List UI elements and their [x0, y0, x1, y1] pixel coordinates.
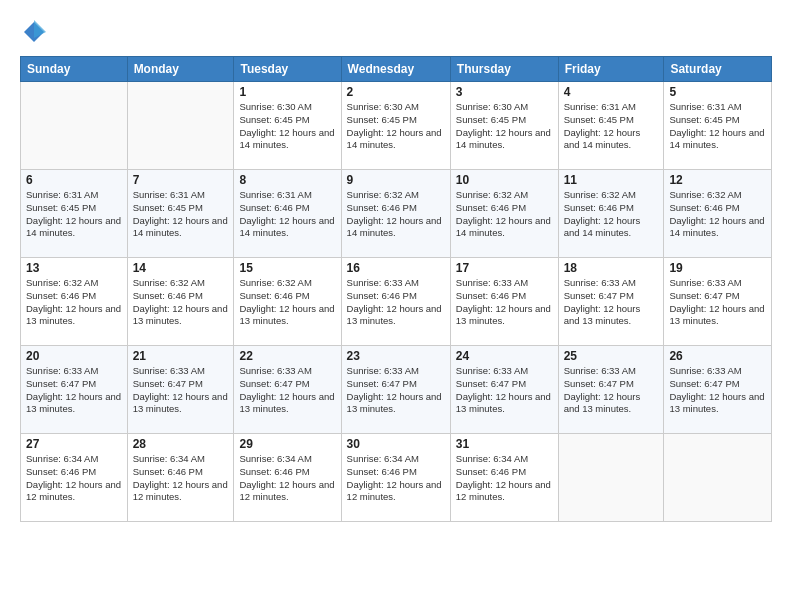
calendar-cell: 5Sunrise: 6:31 AM Sunset: 6:45 PM Daylig…: [664, 82, 772, 170]
calendar-week-3: 13Sunrise: 6:32 AM Sunset: 6:46 PM Dayli…: [21, 258, 772, 346]
day-info: Sunrise: 6:32 AM Sunset: 6:46 PM Dayligh…: [347, 189, 445, 240]
day-number: 19: [669, 261, 766, 275]
day-info: Sunrise: 6:33 AM Sunset: 6:46 PM Dayligh…: [347, 277, 445, 328]
calendar-week-1: 1Sunrise: 6:30 AM Sunset: 6:45 PM Daylig…: [21, 82, 772, 170]
calendar-cell: 2Sunrise: 6:30 AM Sunset: 6:45 PM Daylig…: [341, 82, 450, 170]
calendar-cell: 28Sunrise: 6:34 AM Sunset: 6:46 PM Dayli…: [127, 434, 234, 522]
day-number: 6: [26, 173, 122, 187]
day-info: Sunrise: 6:30 AM Sunset: 6:45 PM Dayligh…: [456, 101, 553, 152]
day-info: Sunrise: 6:31 AM Sunset: 6:45 PM Dayligh…: [564, 101, 659, 152]
day-number: 27: [26, 437, 122, 451]
calendar-cell: 27Sunrise: 6:34 AM Sunset: 6:46 PM Dayli…: [21, 434, 128, 522]
day-number: 28: [133, 437, 229, 451]
calendar-header-row: SundayMondayTuesdayWednesdayThursdayFrid…: [21, 57, 772, 82]
day-number: 21: [133, 349, 229, 363]
day-number: 22: [239, 349, 335, 363]
calendar-cell: 25Sunrise: 6:33 AM Sunset: 6:47 PM Dayli…: [558, 346, 664, 434]
day-info: Sunrise: 6:31 AM Sunset: 6:45 PM Dayligh…: [669, 101, 766, 152]
day-info: Sunrise: 6:33 AM Sunset: 6:46 PM Dayligh…: [456, 277, 553, 328]
day-number: 8: [239, 173, 335, 187]
calendar-cell: [664, 434, 772, 522]
day-number: 24: [456, 349, 553, 363]
day-info: Sunrise: 6:33 AM Sunset: 6:47 PM Dayligh…: [669, 277, 766, 328]
logo: [20, 18, 52, 46]
day-info: Sunrise: 6:33 AM Sunset: 6:47 PM Dayligh…: [347, 365, 445, 416]
day-info: Sunrise: 6:32 AM Sunset: 6:46 PM Dayligh…: [26, 277, 122, 328]
day-number: 14: [133, 261, 229, 275]
day-number: 5: [669, 85, 766, 99]
day-info: Sunrise: 6:31 AM Sunset: 6:45 PM Dayligh…: [133, 189, 229, 240]
calendar-table: SundayMondayTuesdayWednesdayThursdayFrid…: [20, 56, 772, 522]
calendar-cell: 8Sunrise: 6:31 AM Sunset: 6:46 PM Daylig…: [234, 170, 341, 258]
day-info: Sunrise: 6:32 AM Sunset: 6:46 PM Dayligh…: [239, 277, 335, 328]
day-number: 23: [347, 349, 445, 363]
day-info: Sunrise: 6:33 AM Sunset: 6:47 PM Dayligh…: [564, 277, 659, 328]
day-number: 7: [133, 173, 229, 187]
calendar-cell: [558, 434, 664, 522]
calendar-cell: 30Sunrise: 6:34 AM Sunset: 6:46 PM Dayli…: [341, 434, 450, 522]
calendar-cell: 1Sunrise: 6:30 AM Sunset: 6:45 PM Daylig…: [234, 82, 341, 170]
calendar-week-4: 20Sunrise: 6:33 AM Sunset: 6:47 PM Dayli…: [21, 346, 772, 434]
calendar-week-2: 6Sunrise: 6:31 AM Sunset: 6:45 PM Daylig…: [21, 170, 772, 258]
day-number: 17: [456, 261, 553, 275]
day-number: 2: [347, 85, 445, 99]
day-number: 13: [26, 261, 122, 275]
logo-icon: [20, 18, 48, 46]
calendar-cell: 12Sunrise: 6:32 AM Sunset: 6:46 PM Dayli…: [664, 170, 772, 258]
day-number: 16: [347, 261, 445, 275]
day-info: Sunrise: 6:32 AM Sunset: 6:46 PM Dayligh…: [456, 189, 553, 240]
calendar-cell: 10Sunrise: 6:32 AM Sunset: 6:46 PM Dayli…: [450, 170, 558, 258]
calendar-header-thursday: Thursday: [450, 57, 558, 82]
day-number: 1: [239, 85, 335, 99]
day-info: Sunrise: 6:33 AM Sunset: 6:47 PM Dayligh…: [133, 365, 229, 416]
day-number: 26: [669, 349, 766, 363]
day-info: Sunrise: 6:34 AM Sunset: 6:46 PM Dayligh…: [347, 453, 445, 504]
day-info: Sunrise: 6:34 AM Sunset: 6:46 PM Dayligh…: [133, 453, 229, 504]
calendar-cell: 18Sunrise: 6:33 AM Sunset: 6:47 PM Dayli…: [558, 258, 664, 346]
day-info: Sunrise: 6:34 AM Sunset: 6:46 PM Dayligh…: [239, 453, 335, 504]
calendar-cell: 15Sunrise: 6:32 AM Sunset: 6:46 PM Dayli…: [234, 258, 341, 346]
day-info: Sunrise: 6:32 AM Sunset: 6:46 PM Dayligh…: [564, 189, 659, 240]
day-info: Sunrise: 6:33 AM Sunset: 6:47 PM Dayligh…: [456, 365, 553, 416]
calendar-cell: 9Sunrise: 6:32 AM Sunset: 6:46 PM Daylig…: [341, 170, 450, 258]
day-number: 3: [456, 85, 553, 99]
calendar-cell: 11Sunrise: 6:32 AM Sunset: 6:46 PM Dayli…: [558, 170, 664, 258]
calendar-cell: 21Sunrise: 6:33 AM Sunset: 6:47 PM Dayli…: [127, 346, 234, 434]
calendar-cell: 26Sunrise: 6:33 AM Sunset: 6:47 PM Dayli…: [664, 346, 772, 434]
day-number: 4: [564, 85, 659, 99]
calendar-cell: 3Sunrise: 6:30 AM Sunset: 6:45 PM Daylig…: [450, 82, 558, 170]
calendar-cell: 22Sunrise: 6:33 AM Sunset: 6:47 PM Dayli…: [234, 346, 341, 434]
calendar-cell: 31Sunrise: 6:34 AM Sunset: 6:46 PM Dayli…: [450, 434, 558, 522]
day-info: Sunrise: 6:34 AM Sunset: 6:46 PM Dayligh…: [456, 453, 553, 504]
calendar-cell: 29Sunrise: 6:34 AM Sunset: 6:46 PM Dayli…: [234, 434, 341, 522]
day-info: Sunrise: 6:32 AM Sunset: 6:46 PM Dayligh…: [133, 277, 229, 328]
day-number: 9: [347, 173, 445, 187]
calendar-header-friday: Friday: [558, 57, 664, 82]
calendar-cell: 20Sunrise: 6:33 AM Sunset: 6:47 PM Dayli…: [21, 346, 128, 434]
day-info: Sunrise: 6:33 AM Sunset: 6:47 PM Dayligh…: [239, 365, 335, 416]
day-number: 18: [564, 261, 659, 275]
day-info: Sunrise: 6:30 AM Sunset: 6:45 PM Dayligh…: [347, 101, 445, 152]
day-info: Sunrise: 6:31 AM Sunset: 6:46 PM Dayligh…: [239, 189, 335, 240]
day-info: Sunrise: 6:31 AM Sunset: 6:45 PM Dayligh…: [26, 189, 122, 240]
calendar-header-saturday: Saturday: [664, 57, 772, 82]
calendar-cell: 7Sunrise: 6:31 AM Sunset: 6:45 PM Daylig…: [127, 170, 234, 258]
calendar-header-wednesday: Wednesday: [341, 57, 450, 82]
calendar-header-monday: Monday: [127, 57, 234, 82]
day-number: 25: [564, 349, 659, 363]
calendar-cell: 17Sunrise: 6:33 AM Sunset: 6:46 PM Dayli…: [450, 258, 558, 346]
calendar-cell: 14Sunrise: 6:32 AM Sunset: 6:46 PM Dayli…: [127, 258, 234, 346]
calendar-cell: [21, 82, 128, 170]
day-number: 15: [239, 261, 335, 275]
calendar-week-5: 27Sunrise: 6:34 AM Sunset: 6:46 PM Dayli…: [21, 434, 772, 522]
calendar-header-tuesday: Tuesday: [234, 57, 341, 82]
calendar-cell: 13Sunrise: 6:32 AM Sunset: 6:46 PM Dayli…: [21, 258, 128, 346]
calendar-cell: 16Sunrise: 6:33 AM Sunset: 6:46 PM Dayli…: [341, 258, 450, 346]
day-number: 31: [456, 437, 553, 451]
day-info: Sunrise: 6:30 AM Sunset: 6:45 PM Dayligh…: [239, 101, 335, 152]
calendar-cell: 6Sunrise: 6:31 AM Sunset: 6:45 PM Daylig…: [21, 170, 128, 258]
calendar-cell: 23Sunrise: 6:33 AM Sunset: 6:47 PM Dayli…: [341, 346, 450, 434]
day-info: Sunrise: 6:33 AM Sunset: 6:47 PM Dayligh…: [669, 365, 766, 416]
day-info: Sunrise: 6:32 AM Sunset: 6:46 PM Dayligh…: [669, 189, 766, 240]
calendar-cell: 24Sunrise: 6:33 AM Sunset: 6:47 PM Dayli…: [450, 346, 558, 434]
